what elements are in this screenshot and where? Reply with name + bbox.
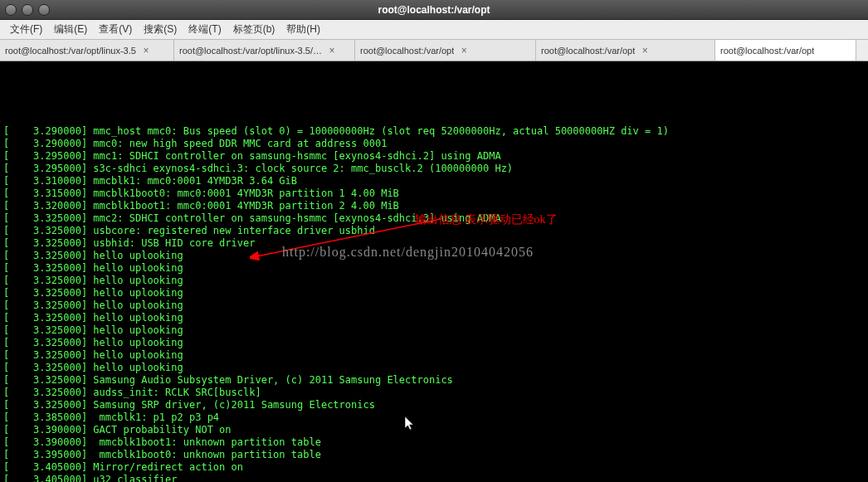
- close-icon[interactable]: ×: [141, 46, 151, 56]
- terminal-line: [ 3.310000] mmcblk1: mmc0:0001 4YMD3R 3.…: [3, 175, 865, 187]
- window-title: root@localhost:/var/opt: [378, 4, 490, 16]
- terminal-line: [ 3.290000] mmc_host mmc0: Bus speed (sl…: [3, 125, 865, 138]
- tab-1[interactable]: root@localhost:/var/opt/linux-3.5/…×: [174, 40, 355, 61]
- terminal-line: [ 3.325000] hello uplooking: [3, 362, 865, 374]
- tab-2[interactable]: root@localhost:/var/opt×: [355, 40, 536, 61]
- menu-edit[interactable]: 编辑(E): [49, 21, 92, 38]
- terminal-line: [ 3.295000] mmc1: SDHCI controller on sa…: [3, 150, 865, 163]
- terminal-line: [ 3.325000] usbhid: USB HID core driver: [3, 237, 865, 250]
- menu-search[interactable]: 搜索(S): [139, 21, 182, 38]
- terminal-line: [ 3.385000] mmcblk1: p1 p2 p3 p4: [3, 411, 865, 424]
- terminal-line: [ 3.325000] Samsung SRP driver, (c)2011 …: [3, 399, 865, 411]
- tab-label: root@localhost:/var/opt: [720, 46, 814, 56]
- close-icon[interactable]: ×: [459, 46, 469, 56]
- window-controls: [0, 4, 50, 16]
- terminal-line: [ 3.315000] mmcblk1boot0: mmc0:0001 4YMD…: [3, 187, 865, 200]
- titlebar: root@localhost:/var/opt: [0, 0, 868, 20]
- tab-3[interactable]: root@localhost:/var/opt×: [536, 40, 715, 61]
- menu-terminal[interactable]: 终端(T): [183, 21, 226, 38]
- menubar: 文件(F) 编辑(E) 查看(V) 搜索(S) 终端(T) 标签页(b) 帮助(…: [0, 20, 868, 40]
- terminal-line: [ 3.325000] audss_init: RCLK SRC[busclk]: [3, 387, 865, 399]
- terminal-line: [ 3.325000] usbcore: registered new inte…: [3, 225, 865, 237]
- terminal-line: [ 3.390000] GACT probability NOT on: [3, 424, 865, 436]
- terminal-line: [ 3.325000] hello uplooking: [3, 349, 865, 362]
- tab-label: root@localhost:/var/opt/linux-3.5: [5, 46, 136, 56]
- terminal-line: [ 3.325000] hello uplooking: [3, 324, 865, 337]
- terminal-line: [ 3.325000] hello uplooking: [3, 287, 865, 299]
- tab-0[interactable]: root@localhost:/var/opt/linux-3.5×: [0, 40, 174, 61]
- tab-label: root@localhost:/var/opt: [541, 46, 635, 56]
- terminal-line: [ 3.325000] hello uplooking: [3, 250, 865, 262]
- tab-4[interactable]: root@localhost:/var/opt: [715, 40, 856, 61]
- terminal-line: [ 3.295000] s3c-sdhci exynos4-sdhci.3: c…: [3, 163, 865, 175]
- minimize-window-button[interactable]: [22, 4, 33, 16]
- terminal-line: [ 3.325000] Samsung Audio Subsystem Driv…: [3, 374, 865, 387]
- close-icon[interactable]: ×: [640, 46, 650, 56]
- terminal-line: [ 3.325000] hello uplooking: [3, 312, 865, 324]
- tab-label: root@localhost:/var/opt: [360, 46, 454, 56]
- terminal-line: [ 3.325000] hello uplooking: [3, 262, 865, 275]
- terminal-line: [ 3.390000] mmcblk1boot1: unknown partit…: [3, 436, 865, 449]
- terminal-line: [ 3.290000] mmc0: new high speed DDR MMC…: [3, 138, 865, 150]
- terminal-line: [ 3.325000] hello uplooking: [3, 299, 865, 312]
- tabbar: root@localhost:/var/opt/linux-3.5×root@l…: [0, 40, 868, 61]
- terminal-line: [ 3.405000] u32 classifier: [3, 474, 865, 482]
- close-icon[interactable]: ×: [327, 46, 337, 56]
- terminal-line: [ 3.325000] hello uplooking: [3, 337, 865, 349]
- tab-label: root@localhost:/var/opt/linux-3.5/…: [179, 46, 322, 56]
- menu-help[interactable]: 帮助(H): [281, 21, 325, 38]
- close-window-button[interactable]: [5, 4, 17, 16]
- menu-file[interactable]: 文件(F): [5, 21, 47, 38]
- menu-tabs[interactable]: 标签页(b): [228, 21, 280, 38]
- terminal-line: [ 3.325000] hello uplooking: [3, 275, 865, 287]
- maximize-window-button[interactable]: [38, 4, 50, 16]
- terminal-line: [ 3.405000] Mirror/redirect action on: [3, 461, 865, 474]
- menu-view[interactable]: 查看(V): [94, 21, 137, 38]
- terminal-output[interactable]: 输出信息 表示驱动已经ok了 http://blog.csdn.net/deng…: [0, 61, 868, 482]
- terminal-line: [ 3.325000] mmc2: SDHCI controller on sa…: [3, 212, 865, 225]
- terminal-line: [ 3.395000] mmcblk1boot0: unknown partit…: [3, 449, 865, 461]
- terminal-line: [ 3.320000] mmcblk1boot1: mmc0:0001 4YMD…: [3, 200, 865, 212]
